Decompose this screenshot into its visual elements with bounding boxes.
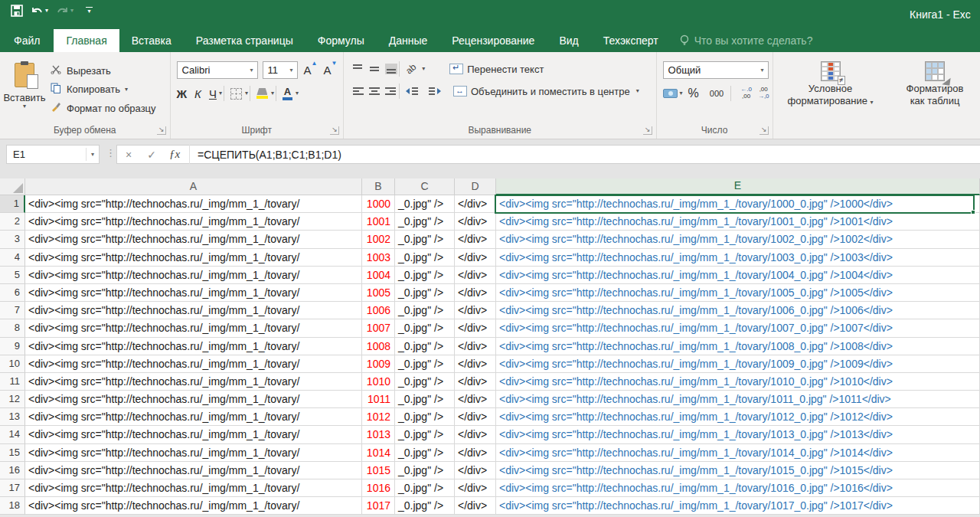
increase-font-button[interactable]: A▲ [304, 64, 318, 77]
fill-color-dropdown-icon[interactable]: ▾ [271, 90, 274, 97]
cell-E1[interactable]: <div><img src="http://technochas.ru/_img… [496, 195, 980, 213]
cell-D9[interactable]: </div> [455, 338, 496, 355]
cell-B8[interactable]: 1007 [362, 319, 395, 337]
font-color-button[interactable]: А [283, 87, 292, 100]
row-header-12[interactable]: 12 [0, 391, 25, 408]
cell-D2[interactable]: </div> [455, 213, 496, 231]
increase-decimal-button[interactable]: ←.0,00 [740, 87, 752, 100]
row-header-17[interactable]: 17 [0, 479, 25, 497]
cell-D8[interactable]: </div> [455, 319, 496, 337]
cell-B12[interactable]: 1011 [362, 391, 395, 408]
cell-C4[interactable]: _0.jpg" /> [395, 249, 455, 267]
cell-B16[interactable]: 1015 [362, 462, 395, 479]
cell-E7[interactable]: <div><img src="http://technochas.ru/_img… [496, 302, 980, 319]
font-name-dropdown-icon[interactable]: ▾ [247, 67, 257, 74]
cell-E9[interactable]: <div><img src="http://technochas.ru/_img… [496, 338, 980, 355]
merge-center-label[interactable]: Объединить и поместить в центре [471, 86, 630, 97]
cell-E17[interactable]: <div><img src="http://technochas.ru/_img… [496, 479, 980, 497]
cell-E5[interactable]: <div><img src="http://technochas.ru/_img… [496, 267, 980, 284]
tab-Главная[interactable]: Главная [54, 29, 119, 52]
row-header-3[interactable]: 3 [0, 231, 25, 248]
format-as-table-button[interactable]: Форматиров как таблиц [890, 61, 980, 108]
cell-D16[interactable]: </div> [455, 462, 496, 479]
font-size-combo[interactable]: 11▾ [263, 61, 298, 79]
row-header-18[interactable]: 18 [0, 497, 25, 515]
row-header-15[interactable]: 15 [0, 444, 25, 462]
column-header-E[interactable]: E [496, 178, 980, 195]
cell-C1[interactable]: _0.jpg" /> [395, 195, 455, 213]
cell-E2[interactable]: <div><img src="http://technochas.ru/_img… [496, 213, 980, 231]
align-bottom-icon[interactable] [385, 64, 397, 74]
cell-E8[interactable]: <div><img src="http://technochas.ru/_img… [496, 319, 980, 337]
cut-button[interactable]: Вырезать [49, 64, 156, 77]
select-all-button[interactable] [0, 178, 25, 195]
cell-D11[interactable]: </div> [455, 373, 496, 391]
row-header-9[interactable]: 9 [0, 338, 25, 355]
tab-Разметка страницы[interactable]: Разметка страницы [184, 29, 305, 52]
cell-C3[interactable]: _0.jpg" /> [395, 231, 455, 248]
tab-Формулы[interactable]: Формулы [305, 29, 377, 52]
cell-C13[interactable]: _0.jpg" /> [395, 408, 455, 426]
cell-E18[interactable]: <div><img src="http://technochas.ru/_img… [496, 497, 980, 515]
cell-B10[interactable]: 1009 [362, 355, 395, 373]
row-header-5[interactable]: 5 [0, 267, 25, 284]
cell-A10[interactable]: <div><img src="http://technochas.ru/_img… [25, 355, 362, 373]
tell-me-box[interactable]: Что вы хотите сделать? [671, 29, 822, 52]
cell-C8[interactable]: _0.jpg" /> [395, 319, 455, 337]
cell-E12[interactable]: <div><img src="http://technochas.ru/_img… [496, 391, 980, 408]
cell-C7[interactable]: _0.jpg" /> [395, 302, 455, 319]
alignment-dialog-launcher-icon[interactable]: ↘ [643, 126, 652, 135]
cell-E16[interactable]: <div><img src="http://technochas.ru/_img… [496, 462, 980, 479]
increase-indent-icon[interactable] [427, 86, 441, 97]
format-painter-button[interactable]: Формат по образцу [49, 102, 156, 114]
row-header-8[interactable]: 8 [0, 319, 25, 337]
cell-A1[interactable]: <div><img src="http://technochas.ru/_img… [25, 195, 362, 213]
merge-center-icon[interactable] [453, 86, 467, 97]
conditional-formatting-button[interactable]: ≠ Условное форматирование ▾ [786, 61, 876, 108]
percent-style-button[interactable]: % [688, 87, 699, 100]
cell-D4[interactable]: </div> [455, 249, 496, 267]
cell-E10[interactable]: <div><img src="http://technochas.ru/_img… [496, 355, 980, 373]
cell-C12[interactable]: _0.jpg" /> [395, 391, 455, 408]
row-header-4[interactable]: 4 [0, 249, 25, 267]
cell-D14[interactable]: </div> [455, 426, 496, 443]
column-header-A[interactable]: A [25, 178, 362, 195]
decrease-font-button[interactable]: A▼ [323, 64, 337, 77]
italic-button[interactable]: К [194, 88, 201, 100]
cell-B5[interactable]: 1004 [362, 267, 395, 284]
align-top-icon[interactable] [351, 64, 364, 74]
align-left-icon[interactable] [351, 86, 364, 97]
copy-button[interactable]: Копировать ▾ [49, 83, 156, 96]
cell-B3[interactable]: 1002 [362, 231, 395, 248]
row-header-6[interactable]: 6 [0, 284, 25, 302]
cell-D12[interactable]: </div> [455, 391, 496, 408]
cell-E4[interactable]: <div><img src="http://technochas.ru/_img… [496, 249, 980, 267]
cell-C10[interactable]: _0.jpg" /> [395, 355, 455, 373]
column-header-D[interactable]: D [455, 178, 496, 195]
cell-A17[interactable]: <div><img src="http://technochas.ru/_img… [25, 479, 362, 497]
cell-A2[interactable]: <div><img src="http://technochas.ru/_img… [25, 213, 362, 231]
cell-C14[interactable]: _0.jpg" /> [395, 426, 455, 443]
merge-center-dropdown-icon[interactable]: ▾ [636, 88, 639, 94]
row-header-11[interactable]: 11 [0, 373, 25, 391]
number-dialog-launcher-icon[interactable]: ↘ [760, 126, 769, 135]
comma-style-button[interactable]: 000 [710, 89, 724, 98]
cell-C11[interactable]: _0.jpg" /> [395, 373, 455, 391]
cell-E11[interactable]: <div><img src="http://technochas.ru/_img… [496, 373, 980, 391]
cell-D3[interactable]: </div> [455, 231, 496, 248]
align-center-icon[interactable] [368, 86, 381, 97]
font-dialog-launcher-icon[interactable]: ↘ [330, 126, 339, 135]
cell-C5[interactable]: _0.jpg" /> [395, 267, 455, 284]
underline-button[interactable]: Ч [209, 88, 217, 100]
cell-B18[interactable]: 1017 [362, 497, 395, 515]
row-header-10[interactable]: 10 [0, 355, 25, 373]
cell-A6[interactable]: <div><img src="http://technochas.ru/_img… [25, 284, 362, 302]
cell-A11[interactable]: <div><img src="http://technochas.ru/_img… [25, 373, 362, 391]
cell-B4[interactable]: 1003 [362, 249, 395, 267]
cell-D17[interactable]: </div> [455, 479, 496, 497]
cell-B6[interactable]: 1005 [362, 284, 395, 302]
cell-A5[interactable]: <div><img src="http://technochas.ru/_img… [25, 267, 362, 284]
cell-D6[interactable]: </div> [455, 284, 496, 302]
cell-A7[interactable]: <div><img src="http://technochas.ru/_img… [25, 302, 362, 319]
cell-A14[interactable]: <div><img src="http://technochas.ru/_img… [25, 426, 362, 443]
